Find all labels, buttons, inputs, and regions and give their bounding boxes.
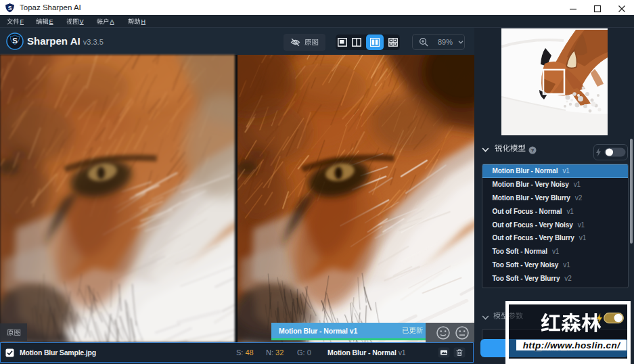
- svg-text:S: S: [8, 4, 12, 11]
- svg-text:S: S: [12, 37, 18, 45]
- svg-text:?: ?: [531, 147, 535, 154]
